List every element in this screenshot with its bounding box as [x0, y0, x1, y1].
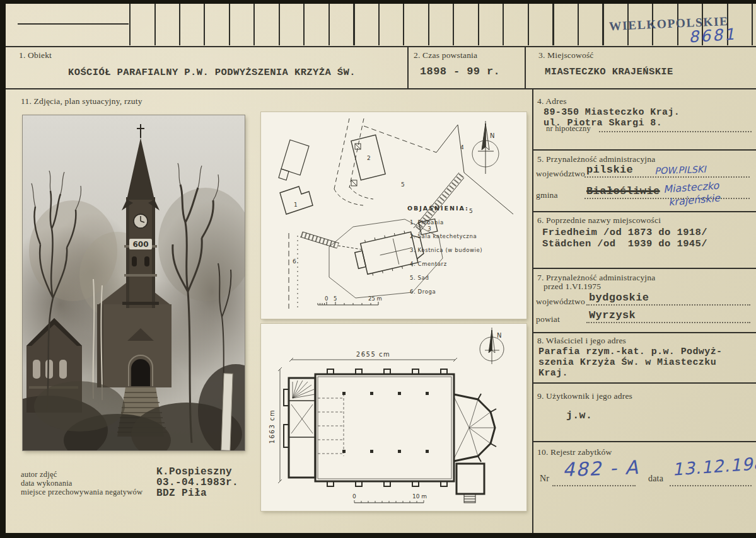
- field8-line3: Kraj.: [538, 368, 568, 379]
- entrance-hatch-marks: [351, 144, 361, 186]
- organ-loft-dashed: [318, 394, 344, 456]
- field10-label: 10. Rejestr zabytków: [537, 447, 612, 457]
- legend-item-2: 2. Sala katechetyczna: [410, 233, 477, 239]
- apse-vault-ribs: [454, 397, 495, 459]
- field5-gmina-line: [584, 198, 750, 199]
- field2-value: 1898 - 99 r.: [420, 66, 500, 77]
- field10-nr-label: Nr: [540, 474, 549, 484]
- field3-value: MIASTECZKO KRAJEŃSKIE: [545, 66, 673, 77]
- field9-value: j.w.: [566, 409, 592, 421]
- field9-label: 9. Użytkownik i jego adres: [537, 391, 632, 401]
- divider-f8: [532, 382, 756, 384]
- divider-f4: [532, 149, 756, 151]
- field5-voivodeship-line: [584, 176, 750, 178]
- field5-label: 5. Przynależność administracyjna: [537, 154, 655, 164]
- church-entrance: [131, 359, 150, 386]
- field7-label-line2: przed 1.VI.1975: [544, 282, 601, 292]
- legend-item-6: 6. Droga: [410, 289, 436, 295]
- divider-f1-f2: [407, 47, 409, 88]
- field10-nr-line: [552, 485, 636, 486]
- banner-text: 600: [132, 240, 148, 249]
- field1-value: KOŚCIÓŁ PARAFIALNY P.W. PODWYŻSZENIA KRZ…: [68, 67, 356, 78]
- divider-f6: [532, 268, 756, 269]
- field10-date-value-handwritten: 13.12.1983: [672, 452, 756, 479]
- site-scale-5: 5: [334, 295, 337, 302]
- field5-voivodeship-handwritten: POW.PILSKI: [654, 164, 706, 176]
- field7-voivodeship-line: [586, 304, 750, 306]
- site-number-3: 3: [427, 226, 431, 232]
- credits-author-label: autor zdjęć: [21, 470, 57, 479]
- site-plan-panel: N 1 2 3 4 5 5 6 OBJAŚNIENIA: 1. Plebania…: [261, 112, 526, 319]
- field1-label: 1. Obiekt: [19, 50, 52, 60]
- border-row1-bottom: [6, 88, 756, 89]
- floor-scale-0: 0: [352, 493, 356, 500]
- legend-title: OBJAŚNIENIA:: [407, 205, 469, 212]
- credits-date-label: data wykonania: [21, 479, 73, 488]
- divider-f2-f3: [525, 47, 526, 88]
- site-number-5a: 5: [401, 181, 405, 188]
- church-photo-drawing: 600: [23, 115, 245, 450]
- legend-item-5: 5. Sad: [410, 275, 429, 281]
- field6-label: 6. Poprzednie nazwy miejscowości: [537, 215, 661, 226]
- field4-hypothec-label: nr hipoteczny: [546, 124, 591, 134]
- field4-line1: 89-350 Miasteczko Kraj.: [544, 107, 680, 118]
- field6-line2: Städchen /od 1939 do 1945/: [542, 238, 707, 249]
- north-compass-icon: [472, 121, 499, 174]
- site-number-6: 6: [293, 258, 296, 265]
- width-dimension-label: 2655 cm: [356, 351, 390, 358]
- field7-powiat-label: powiat: [536, 314, 560, 324]
- field8-line1: Parafia rzym.-kat. p.w. Podwyż-: [538, 346, 722, 357]
- church-outer-walls: [289, 374, 495, 494]
- floor-scale-10: 10 m: [412, 493, 427, 500]
- sacristy: [457, 464, 484, 494]
- nave-columns: [342, 392, 429, 453]
- inner-wall-face: [318, 377, 451, 479]
- site-scale-0: 0: [325, 295, 328, 302]
- field5-voivodeship-value: pilskie: [586, 164, 633, 176]
- field7-voivodeship-value: bydgoskie: [589, 292, 649, 304]
- field6-line1: Friedheim /od 1873 do 1918/: [542, 227, 707, 238]
- field10-date-label: data: [648, 474, 663, 484]
- floor-plan-drawing: 2655 cm 1663 cm N 0 10 m: [261, 324, 526, 511]
- field5-gmina-label: gmina: [536, 190, 558, 200]
- credits-author-value: K.Pospieszny: [156, 466, 232, 478]
- building-plebania: [280, 186, 313, 214]
- field10-date-line: [670, 485, 752, 486]
- credits-negatives-value: BDZ Piła: [156, 488, 207, 499]
- field4-label: 4. Adres: [537, 96, 567, 106]
- field4-hypothec-line: [599, 131, 752, 132]
- site-scale-25: 25 m: [368, 295, 382, 302]
- field5-voivodeship-label: województwo: [536, 169, 585, 179]
- heritage-record-card: WIELKOPOLSKIE 8681 1. Obiekt KOŚCIÓŁ PAR…: [0, 0, 756, 538]
- floor-scale-bar: [354, 500, 424, 503]
- site-scale-bar: [318, 302, 378, 305]
- sacristy-steps: [464, 494, 475, 503]
- site-number-4: 4: [460, 144, 464, 151]
- field8-line2: szenia Krzyża Św. w Miasteczku: [538, 357, 716, 368]
- vault-cross-lines: [291, 404, 313, 433]
- field7-powiat-line: [586, 322, 750, 323]
- church-plot-boundary: [329, 219, 443, 298]
- scan-edge-bottom: [0, 533, 756, 538]
- floor-north-label: N: [497, 332, 501, 339]
- height-dimension-label: 1663 cm: [269, 409, 276, 444]
- spiral-stair: [293, 381, 315, 398]
- field11-label: 11. Zdjęcia, plan sytuacyjny, rzuty: [21, 96, 142, 106]
- credits-negatives-label: miejsce przechowywania negatywów: [21, 488, 142, 497]
- site-plan-drawing: N 1 2 3 4 5 5 6 OBJAŚNIENIA: 1. Plebania…: [261, 112, 526, 319]
- site-number-2: 2: [367, 155, 371, 161]
- field10-nr-value-handwritten: 482 - A: [562, 456, 639, 481]
- divider-f7: [532, 332, 756, 333]
- scan-edge-left: [0, 0, 6, 538]
- site-north-label: N: [490, 132, 494, 139]
- field3-label: 3. Miejscowość: [538, 50, 594, 60]
- credits-date-value: 03.-04.1983r.: [156, 477, 238, 488]
- church-photograph: 600: [23, 115, 245, 450]
- field8-label: 8. Właściciel i jego adres: [537, 336, 626, 346]
- site-number-5b: 5: [469, 208, 473, 214]
- legend-item-4: 4. Cmentarz: [410, 261, 447, 267]
- legend-item-1: 1. Plebania: [410, 219, 444, 226]
- field5-gmina-struck-value: Białośliwie: [586, 185, 660, 197]
- field7-powiat-value: Wyrzysk: [589, 309, 636, 321]
- floor-plan-panel: 2655 cm 1663 cm N 0 10 m: [261, 324, 526, 511]
